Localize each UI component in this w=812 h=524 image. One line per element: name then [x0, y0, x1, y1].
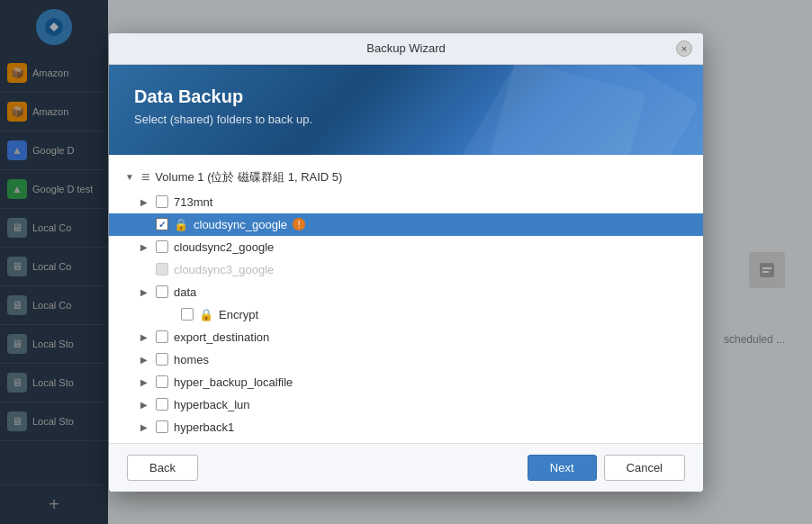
tree: ▼ ≡ Volume 1 (位於 磁碟群組 1, RAID 5) ▶713mnt…	[109, 155, 703, 443]
tree-checkbox[interactable]	[156, 218, 168, 230]
tree-expander[interactable]: ▶	[138, 285, 150, 298]
close-button[interactable]: ×	[676, 41, 692, 57]
tree-checkbox[interactable]	[156, 285, 168, 298]
tree-item-hyperback_lun[interactable]: ▶hyperback_lun	[109, 393, 703, 416]
tree-item-cloudsync2_google[interactable]: ▶cloudsync2_google	[109, 236, 703, 258]
tree-expander[interactable]: ▶	[138, 330, 150, 343]
modal-titlebar: Backup Wizard ×	[109, 33, 703, 65]
back-button[interactable]: Back	[127, 455, 198, 481]
item-label: cloudsync2_google	[174, 240, 274, 254]
folder-tree-container[interactable]: ▼ ≡ Volume 1 (位於 磁碟群組 1, RAID 5) ▶713mnt…	[109, 155, 703, 443]
warning-icon: !	[293, 218, 305, 230]
tree-checkbox[interactable]	[156, 330, 168, 343]
modal-title: Backup Wizard	[136, 41, 676, 55]
item-label: cloudsync_google	[194, 218, 287, 231]
volume-label: Volume 1 (位於 磁碟群組 1, RAID 5)	[155, 169, 342, 185]
tree-expander[interactable]: ▶	[138, 195, 150, 208]
tree-expander[interactable]: ▶	[138, 353, 150, 366]
tree-checkbox[interactable]	[181, 308, 194, 321]
footer-right-buttons: Next Cancel	[528, 455, 685, 481]
tree-expander	[163, 308, 176, 321]
header-title: Data Backup	[134, 86, 678, 107]
tree-item-Encrypt[interactable]: 🔒Encrypt	[109, 303, 703, 326]
tree-item-cloudsync_google[interactable]: 🔒cloudsync_google!	[109, 213, 703, 236]
tree-item-hyperback1[interactable]: ▶hyperback1	[109, 416, 703, 438]
modal-window: Backup Wizard × Data Backup Select (shar…	[109, 33, 703, 492]
item-label: hyperback_lun	[174, 398, 250, 411]
next-button[interactable]: Next	[528, 455, 597, 481]
modal-overlay: Backup Wizard × Data Backup Select (shar…	[0, 0, 812, 524]
tree-item-713mnt[interactable]: ▶713mnt	[109, 191, 703, 213]
item-label: cloudsync3_google	[174, 263, 274, 276]
tree-item-data[interactable]: ▶data	[109, 281, 703, 303]
item-label: hyperback1	[174, 420, 234, 434]
tree-expander[interactable]: ▶	[138, 240, 150, 253]
item-label: hyper_backup_localfile	[174, 375, 293, 389]
volume-row: ▼ ≡ Volume 1 (位於 磁碟群組 1, RAID 5)	[109, 164, 703, 191]
tree-expander	[138, 218, 150, 230]
tree-checkbox[interactable]	[156, 240, 168, 253]
item-label: data	[174, 285, 196, 299]
volume-icon: ≡	[141, 169, 149, 185]
header-subtitle: Select (shared) folders to back up.	[134, 113, 678, 126]
item-label: 713mnt	[174, 195, 212, 209]
lock-icon: 🔒	[174, 218, 188, 231]
tree-checkbox[interactable]	[156, 420, 168, 433]
tree-expander[interactable]: ▶	[138, 420, 150, 433]
tree-item-export_destination[interactable]: ▶export_destination	[109, 326, 703, 348]
tree-item-homes[interactable]: ▶homes	[109, 348, 703, 371]
tree-checkbox[interactable]	[156, 195, 168, 208]
tree-checkbox[interactable]	[156, 375, 168, 388]
tree-item-cloudsync3_google[interactable]: cloudsync3_google	[109, 258, 703, 281]
tree-expander[interactable]: ▶	[138, 375, 150, 388]
lock-icon: 🔒	[199, 308, 213, 321]
tree-checkbox[interactable]	[156, 398, 168, 411]
tree-expander	[138, 263, 150, 276]
tree-checkbox[interactable]	[156, 263, 168, 276]
item-label: Encrypt	[219, 308, 258, 321]
item-label: homes	[174, 353, 209, 366]
item-label: export_destination	[174, 330, 269, 344]
modal-header: Data Backup Select (shared) folders to b…	[109, 65, 703, 155]
tree-item-hyper_backup_localfile[interactable]: ▶hyper_backup_localfile	[109, 371, 703, 393]
tree-checkbox[interactable]	[156, 353, 168, 366]
tree-expander[interactable]: ▶	[138, 398, 150, 411]
volume-expander[interactable]: ▼	[123, 171, 136, 184]
cancel-button[interactable]: Cancel	[604, 455, 685, 481]
modal-footer: Back Next Cancel	[109, 443, 703, 492]
